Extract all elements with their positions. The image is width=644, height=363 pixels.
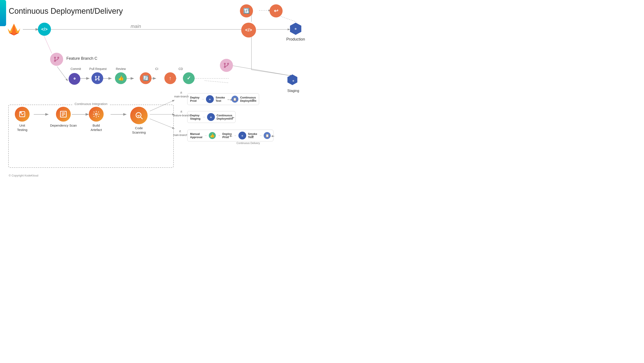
production-k8s: ⎈ Production — [286, 22, 305, 42]
svg-line-7 — [44, 35, 52, 53]
smoke-test-label-3: SmokeTest — [248, 132, 257, 139]
feature-branch-label: Feature Branch C — [66, 56, 97, 61]
code-scanning-label: CodeScanning — [132, 126, 146, 134]
gitlab-icon — [6, 21, 22, 37]
stage-ci-label: CI — [152, 67, 161, 71]
svg-line-6 — [278, 15, 296, 22]
thumbs-up-icon: 👍 — [209, 132, 216, 139]
svg-point-42 — [95, 76, 96, 77]
staging-label: Staging — [288, 89, 299, 93]
stage-cd-label: CD — [176, 67, 185, 71]
k8s-icon-1: ⎈ — [206, 95, 214, 103]
recycle-icon: 🔃 — [240, 4, 253, 18]
approval-circle: ✓ — [183, 72, 195, 84]
build-artefact-label: BuildArtefact — [90, 123, 102, 132]
svg-point-49 — [228, 63, 228, 64]
deploy-prod-label-3: DeployProd — [222, 132, 232, 139]
cont-deployment-label-2: ContinuousDeployment — [217, 114, 233, 120]
condition-main-1: if:main-branch — [174, 91, 189, 99]
svg-point-43 — [98, 76, 100, 77]
review-circle: 👍 — [115, 72, 127, 84]
svg-line-62 — [141, 117, 142, 119]
cont-delivery-label: Continuous Delivery — [187, 142, 309, 145]
stage-pr-label: Pull Request — [88, 67, 108, 71]
k8s-icon-3: ⎈ — [238, 132, 246, 139]
dependency-scan-label: Dependency Scan — [50, 123, 77, 128]
doc-icon-3: 📋 — [264, 132, 270, 139]
cont-deployment-label-1: ContinuousDeployment — [240, 96, 256, 102]
main-label: main — [131, 24, 141, 29]
condition-main-2: if:main-branch — [173, 130, 188, 137]
svg-point-61 — [136, 113, 141, 118]
branch-circle-left — [50, 53, 63, 66]
code-scanning-step: CodeScanning — [130, 107, 148, 134]
commit-circle: ⚬ — [68, 73, 80, 85]
svg-point-48 — [224, 63, 225, 64]
production-label: Production — [286, 37, 305, 42]
svg-line-8 — [57, 67, 68, 81]
doc-icon-1: 📋 — [232, 96, 238, 103]
deploy-box-3: ManualApproval → 👍 → DeployProd → ⎈ Smok… — [187, 130, 274, 141]
unit-testing-step: UnitTesting — [15, 107, 30, 132]
pr-circle — [92, 72, 103, 84]
manual-approval-label: ManualApproval — [190, 132, 202, 139]
svg-line-15 — [205, 81, 228, 83]
svg-point-60 — [95, 113, 97, 115]
staging-k8s: ⎈ Staging — [286, 74, 300, 93]
stage-review-label: Review — [113, 67, 128, 71]
cd-circle: ↑ — [164, 72, 176, 84]
accent-bar — [0, 0, 6, 26]
svg-line-16 — [231, 65, 292, 76]
rollback-icon: ↩ — [270, 4, 282, 18]
dependency-scan-step: Dependency Scan — [50, 107, 77, 128]
svg-point-39 — [58, 57, 59, 58]
deploy-box-2: DeployStaging → ⎈ ContinuousDeployment — [187, 111, 236, 123]
ci-circle: 🔄 — [140, 72, 152, 84]
svg-point-55 — [20, 112, 22, 113]
copyright: © Copyright KodeKloud — [9, 174, 38, 177]
deploy-box-1: DeployProd → ⎈ SmokeTest → 📋 ContinuousD… — [187, 93, 259, 105]
unit-testing-label: UnitTesting — [17, 123, 28, 132]
ci-label: Continuous Integration — [73, 102, 109, 106]
code-circle-left: </> — [38, 23, 51, 36]
page-title: Continuous Deployment/Delivery — [9, 7, 123, 16]
svg-point-38 — [54, 57, 56, 58]
build-artefact-step: BuildArtefact — [89, 107, 104, 132]
code-circle-right: </> — [241, 23, 256, 38]
branch-circle-right — [220, 59, 233, 72]
k8s-icon-2: ⎈ — [207, 113, 215, 121]
deploy-prod-label-1: DeployProd — [190, 96, 200, 102]
stage-commit-label: Commit — [69, 67, 82, 71]
deploy-staging-label: DeployStaging — [190, 114, 200, 120]
svg-line-18 — [252, 70, 292, 76]
svg-point-46 — [98, 79, 100, 80]
smoke-test-label-1: SmokeTest — [216, 96, 225, 102]
